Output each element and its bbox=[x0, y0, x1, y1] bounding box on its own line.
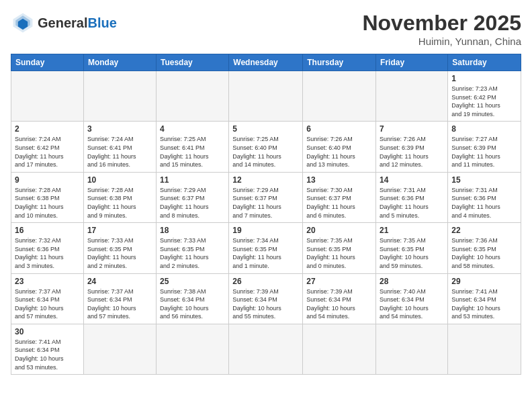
calendar-cell: 3Sunrise: 7:24 AM Sunset: 6:41 PM Daylig… bbox=[83, 122, 156, 172]
calendar-cell: 2Sunrise: 7:24 AM Sunset: 6:42 PM Daylig… bbox=[11, 122, 84, 172]
weekday-header: Monday bbox=[83, 54, 156, 71]
calendar-cell: 13Sunrise: 7:30 AM Sunset: 6:37 PM Dayli… bbox=[303, 172, 376, 222]
calendar-cell: 10Sunrise: 7:28 AM Sunset: 6:38 PM Dayli… bbox=[83, 172, 156, 222]
day-number: 25 bbox=[160, 277, 225, 286]
day-info: Sunrise: 7:39 AM Sunset: 6:34 PM Dayligh… bbox=[306, 287, 372, 321]
weekday-header: Tuesday bbox=[156, 54, 228, 71]
day-info: Sunrise: 7:28 AM Sunset: 6:38 PM Dayligh… bbox=[87, 186, 152, 220]
day-number: 16 bbox=[15, 226, 80, 235]
day-info: Sunrise: 7:32 AM Sunset: 6:36 PM Dayligh… bbox=[15, 236, 80, 270]
calendar-cell: 27Sunrise: 7:39 AM Sunset: 6:34 PM Dayli… bbox=[303, 273, 376, 324]
day-info: Sunrise: 7:37 AM Sunset: 6:34 PM Dayligh… bbox=[87, 287, 152, 321]
day-info: Sunrise: 7:24 AM Sunset: 6:41 PM Dayligh… bbox=[87, 135, 152, 169]
calendar-cell: 19Sunrise: 7:34 AM Sunset: 6:35 PM Dayli… bbox=[229, 223, 303, 273]
calendar-cell: 11Sunrise: 7:29 AM Sunset: 6:37 PM Dayli… bbox=[156, 172, 228, 222]
weekday-header: Wednesday bbox=[229, 54, 303, 71]
day-number: 11 bbox=[160, 175, 225, 185]
day-info: Sunrise: 7:29 AM Sunset: 6:37 PM Dayligh… bbox=[232, 186, 299, 220]
calendar-cell: 15Sunrise: 7:31 AM Sunset: 6:36 PM Dayli… bbox=[448, 172, 521, 222]
calendar-cell: 18Sunrise: 7:33 AM Sunset: 6:35 PM Dayli… bbox=[156, 223, 228, 273]
day-info: Sunrise: 7:27 AM Sunset: 6:39 PM Dayligh… bbox=[451, 135, 517, 169]
logo-text: GeneralBlue bbox=[38, 15, 117, 30]
day-info: Sunrise: 7:41 AM Sunset: 6:34 PM Dayligh… bbox=[15, 338, 80, 371]
day-number: 20 bbox=[306, 226, 372, 235]
calendar-cell: 28Sunrise: 7:40 AM Sunset: 6:34 PM Dayli… bbox=[376, 273, 448, 324]
calendar-cell bbox=[229, 71, 303, 122]
calendar-cell bbox=[303, 324, 376, 374]
day-info: Sunrise: 7:34 AM Sunset: 6:35 PM Dayligh… bbox=[232, 236, 299, 270]
calendar-cell: 1Sunrise: 7:23 AM Sunset: 6:42 PM Daylig… bbox=[448, 71, 521, 122]
day-number: 3 bbox=[87, 124, 152, 134]
day-number: 22 bbox=[451, 226, 517, 235]
calendar-cell bbox=[303, 71, 376, 122]
day-info: Sunrise: 7:38 AM Sunset: 6:34 PM Dayligh… bbox=[160, 287, 225, 321]
day-info: Sunrise: 7:37 AM Sunset: 6:34 PM Dayligh… bbox=[15, 287, 80, 321]
day-number: 1 bbox=[451, 74, 517, 83]
day-info: Sunrise: 7:35 AM Sunset: 6:35 PM Dayligh… bbox=[380, 236, 444, 270]
day-number: 17 bbox=[87, 226, 152, 235]
calendar-cell: 30Sunrise: 7:41 AM Sunset: 6:34 PM Dayli… bbox=[11, 324, 84, 374]
calendar-cell: 26Sunrise: 7:39 AM Sunset: 6:34 PM Dayli… bbox=[229, 273, 303, 324]
calendar-cell: 29Sunrise: 7:41 AM Sunset: 6:34 PM Dayli… bbox=[448, 273, 521, 324]
week-row: 1Sunrise: 7:23 AM Sunset: 6:42 PM Daylig… bbox=[11, 71, 521, 122]
day-info: Sunrise: 7:31 AM Sunset: 6:36 PM Dayligh… bbox=[380, 186, 444, 220]
day-info: Sunrise: 7:26 AM Sunset: 6:40 PM Dayligh… bbox=[306, 135, 372, 169]
day-info: Sunrise: 7:28 AM Sunset: 6:38 PM Dayligh… bbox=[15, 186, 80, 220]
calendar-cell bbox=[376, 324, 448, 374]
calendar-cell: 4Sunrise: 7:25 AM Sunset: 6:41 PM Daylig… bbox=[156, 122, 228, 172]
title-block: November 2025 Huimin, Yunnan, China bbox=[362, 11, 521, 47]
day-number: 23 bbox=[15, 277, 80, 286]
day-info: Sunrise: 7:24 AM Sunset: 6:42 PM Dayligh… bbox=[15, 135, 80, 169]
calendar-cell: 7Sunrise: 7:26 AM Sunset: 6:39 PM Daylig… bbox=[376, 122, 448, 172]
calendar-cell: 5Sunrise: 7:25 AM Sunset: 6:40 PM Daylig… bbox=[229, 122, 303, 172]
day-number: 24 bbox=[87, 277, 152, 286]
calendar-cell bbox=[83, 324, 156, 374]
weekday-header: Thursday bbox=[303, 54, 376, 71]
weekday-header: Friday bbox=[376, 54, 448, 71]
day-info: Sunrise: 7:33 AM Sunset: 6:35 PM Dayligh… bbox=[160, 236, 225, 270]
day-info: Sunrise: 7:40 AM Sunset: 6:34 PM Dayligh… bbox=[380, 287, 444, 321]
day-number: 18 bbox=[160, 226, 225, 235]
day-number: 14 bbox=[380, 175, 444, 185]
calendar-cell bbox=[156, 324, 228, 374]
calendar-table: SundayMondayTuesdayWednesdayThursdayFrid… bbox=[11, 54, 521, 375]
logo-icon bbox=[11, 11, 35, 35]
calendar-cell: 17Sunrise: 7:33 AM Sunset: 6:35 PM Dayli… bbox=[83, 223, 156, 273]
calendar-cell bbox=[156, 71, 228, 122]
calendar-cell: 8Sunrise: 7:27 AM Sunset: 6:39 PM Daylig… bbox=[448, 122, 521, 172]
day-number: 6 bbox=[306, 124, 372, 134]
day-info: Sunrise: 7:23 AM Sunset: 6:42 PM Dayligh… bbox=[451, 85, 517, 118]
day-info: Sunrise: 7:39 AM Sunset: 6:34 PM Dayligh… bbox=[232, 287, 299, 321]
day-number: 8 bbox=[451, 124, 517, 134]
day-number: 7 bbox=[380, 124, 444, 134]
day-info: Sunrise: 7:26 AM Sunset: 6:39 PM Dayligh… bbox=[380, 135, 444, 169]
calendar-cell: 23Sunrise: 7:37 AM Sunset: 6:34 PM Dayli… bbox=[11, 273, 84, 324]
day-info: Sunrise: 7:41 AM Sunset: 6:34 PM Dayligh… bbox=[451, 287, 517, 321]
day-number: 19 bbox=[232, 226, 299, 235]
day-number: 10 bbox=[87, 175, 152, 185]
week-row: 9Sunrise: 7:28 AM Sunset: 6:38 PM Daylig… bbox=[11, 172, 521, 222]
day-info: Sunrise: 7:25 AM Sunset: 6:40 PM Dayligh… bbox=[232, 135, 299, 169]
week-row: 16Sunrise: 7:32 AM Sunset: 6:36 PM Dayli… bbox=[11, 223, 521, 273]
calendar-cell bbox=[448, 324, 521, 374]
day-info: Sunrise: 7:25 AM Sunset: 6:41 PM Dayligh… bbox=[160, 135, 225, 169]
page-title: November 2025 bbox=[362, 11, 521, 36]
calendar-cell: 20Sunrise: 7:35 AM Sunset: 6:35 PM Dayli… bbox=[303, 223, 376, 273]
day-number: 4 bbox=[160, 124, 225, 134]
day-number: 12 bbox=[232, 175, 299, 185]
page-subtitle: Huimin, Yunnan, China bbox=[362, 36, 521, 47]
calendar-cell: 16Sunrise: 7:32 AM Sunset: 6:36 PM Dayli… bbox=[11, 223, 84, 273]
day-info: Sunrise: 7:36 AM Sunset: 6:35 PM Dayligh… bbox=[451, 236, 517, 270]
day-number: 9 bbox=[15, 175, 80, 185]
calendar-cell bbox=[376, 71, 448, 122]
day-number: 26 bbox=[232, 277, 299, 286]
day-info: Sunrise: 7:30 AM Sunset: 6:37 PM Dayligh… bbox=[306, 186, 372, 220]
calendar-cell bbox=[229, 324, 303, 374]
day-number: 27 bbox=[306, 277, 372, 286]
weekday-header: Sunday bbox=[11, 54, 84, 71]
day-info: Sunrise: 7:31 AM Sunset: 6:36 PM Dayligh… bbox=[451, 186, 517, 220]
calendar-cell bbox=[83, 71, 156, 122]
calendar-cell: 24Sunrise: 7:37 AM Sunset: 6:34 PM Dayli… bbox=[83, 273, 156, 324]
day-number: 21 bbox=[380, 226, 444, 235]
day-number: 15 bbox=[451, 175, 517, 185]
